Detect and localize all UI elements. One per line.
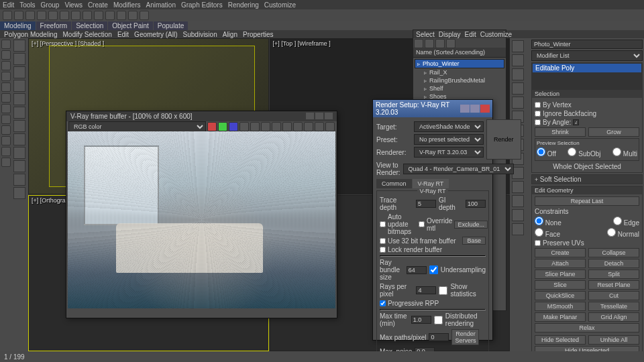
tool-icon[interactable] — [1, 125, 11, 135]
maximize-icon[interactable] — [470, 105, 480, 113]
render-button[interactable]: Render — [486, 119, 521, 160]
constraint-none-radio[interactable] — [535, 217, 543, 225]
tool-icon[interactable] — [1, 147, 11, 156]
ribbon-tab[interactable]: Selection — [72, 21, 107, 30]
menu-item[interactable]: Group — [41, 1, 60, 9]
rollout-header[interactable]: Edit Geometry — [532, 186, 642, 194]
menu-item[interactable]: Edit — [3, 1, 14, 9]
menu-item[interactable]: Customize — [264, 1, 296, 9]
se-menu-item[interactable]: Customize — [480, 31, 512, 38]
stack-icon[interactable] — [512, 209, 524, 221]
constraint-normal-radio[interactable] — [607, 228, 616, 237]
tool-icon[interactable] — [1, 136, 11, 145]
slice-button[interactable]: Slice — [535, 280, 586, 290]
menu-item[interactable]: Create — [88, 1, 108, 9]
quickslice-button[interactable]: QuickSlice — [535, 291, 586, 300]
unhide-all-button[interactable]: Unhide All — [588, 335, 639, 345]
vfb-tool-icon[interactable] — [272, 122, 281, 131]
vfb-tool-icon[interactable] — [250, 122, 260, 131]
collapse-button[interactable]: Collapse — [588, 248, 639, 257]
detach-button[interactable]: Detach — [588, 259, 639, 268]
menu-item[interactable]: Animation — [146, 1, 175, 9]
redo-icon[interactable] — [14, 11, 23, 20]
vfb-titlebar[interactable]: V-Ray frame buffer - [100% of 800 x 600] — [66, 111, 337, 121]
vfb-tool-icon[interactable] — [315, 122, 324, 131]
show-stats-check[interactable] — [439, 286, 447, 295]
ribbon-tab[interactable]: Freeform — [36, 21, 72, 30]
maximize-icon[interactable] — [315, 113, 323, 119]
ignore-backfacing-check[interactable] — [535, 111, 541, 117]
override-mtl-check[interactable] — [419, 221, 425, 227]
scale-icon[interactable] — [71, 11, 80, 20]
stack-icon[interactable] — [512, 181, 524, 193]
vfb-tool-icon[interactable] — [293, 122, 303, 131]
stack-icon[interactable] — [512, 195, 524, 207]
main-menubar[interactable]: Edit Tools Group Views Create Modifiers … — [0, 0, 644, 9]
tool-icon[interactable] — [1, 61, 11, 70]
viewport-label[interactable]: [+] [Perspective ] [Shaded ] — [32, 40, 104, 47]
se-tool-icon[interactable] — [435, 39, 445, 48]
tool-icon[interactable] — [13, 107, 25, 119]
main-toolbar[interactable] — [0, 9, 644, 21]
material-icon[interactable] — [128, 11, 138, 20]
vfb-tool-icon[interactable] — [261, 122, 270, 131]
align-icon[interactable] — [117, 11, 126, 20]
auto-update-check[interactable] — [380, 221, 386, 227]
list-item[interactable]: Shelf — [415, 84, 504, 93]
target-dropdown[interactable]: ActiveShade Mode — [414, 121, 484, 132]
32bit-check[interactable] — [380, 238, 386, 244]
rollout-header[interactable]: + Soft Selection — [532, 175, 642, 184]
dist-render-check[interactable] — [434, 316, 443, 324]
grid-align-button[interactable]: Grid Align — [588, 312, 639, 322]
stack-icon[interactable] — [512, 167, 524, 179]
se-menu-item[interactable]: Display — [439, 31, 461, 38]
tab-vray-rt[interactable]: V-Ray RT — [413, 179, 449, 188]
tool-icon[interactable] — [13, 187, 25, 199]
trace-depth-spinner[interactable] — [416, 200, 436, 208]
ribbon-tab-modeling[interactable]: Modeling — [0, 21, 36, 30]
viewport-label[interactable]: [+] [Top ] [Wireframe ] — [273, 40, 331, 47]
create-button[interactable]: Create — [535, 248, 586, 257]
preview-subobj-radio[interactable] — [568, 147, 576, 156]
ribbon-cmd[interactable]: Geometry (All) — [134, 31, 177, 38]
angle-snap-icon[interactable] — [94, 11, 103, 20]
renderer-dropdown[interactable]: V-Ray RT 3.20.03 — [414, 147, 484, 158]
menu-item[interactable]: Modifiers — [113, 1, 141, 9]
tool-icon[interactable] — [1, 50, 11, 60]
vfb-tool-icon[interactable] — [325, 122, 335, 131]
ribbon-tab[interactable]: Object Paint — [108, 21, 152, 30]
vfb-channel-dropdown[interactable]: RGB color — [68, 121, 206, 132]
ribbon-tab[interactable]: Populate — [154, 21, 188, 30]
rollout-header[interactable]: Selection — [532, 90, 642, 98]
by-vertex-check[interactable] — [535, 102, 541, 108]
list-item[interactable]: Photo_Winter — [415, 59, 504, 68]
tool-icon[interactable] — [1, 93, 11, 103]
list-item[interactable]: Rail_X — [415, 68, 504, 76]
menu-item[interactable]: Graph Editors — [181, 1, 223, 9]
base-button[interactable]: Base — [462, 237, 486, 245]
make-planar-button[interactable]: Make Planar — [535, 312, 586, 322]
preserve-uvs-check[interactable] — [535, 240, 541, 246]
tool-icon[interactable] — [1, 40, 11, 49]
rotate-icon[interactable] — [60, 11, 69, 20]
object-name-field[interactable] — [531, 40, 643, 49]
vfb-tool-icon[interactable] — [239, 122, 249, 131]
reset-plane-button[interactable]: Reset Plane — [588, 280, 639, 290]
progressive-rpp-check[interactable] — [380, 300, 386, 306]
ribbon-cmd[interactable]: Modify Selection — [63, 31, 112, 38]
ribbon-cmd[interactable]: Align — [223, 31, 237, 38]
constraint-edge-radio[interactable] — [613, 217, 622, 225]
select-icon[interactable] — [37, 11, 46, 20]
ribbon-cmd[interactable]: Edit — [117, 31, 129, 38]
list-item[interactable]: RailingBrushedMetal — [415, 76, 504, 84]
exclude-button[interactable]: Exclude... — [454, 221, 488, 229]
tool-icon[interactable] — [13, 53, 25, 65]
menu-item[interactable]: Views — [64, 1, 83, 9]
se-menu-item[interactable]: Edit — [465, 31, 476, 38]
view-dropdown[interactable]: Quad 4 - Render_Camera_BR_01 — [403, 164, 514, 174]
link-icon[interactable] — [25, 11, 35, 20]
stack-icon[interactable] — [512, 223, 524, 235]
menu-item[interactable]: Tools — [19, 1, 35, 9]
max-time-spinner[interactable] — [411, 316, 431, 324]
tool-icon[interactable] — [1, 115, 11, 124]
